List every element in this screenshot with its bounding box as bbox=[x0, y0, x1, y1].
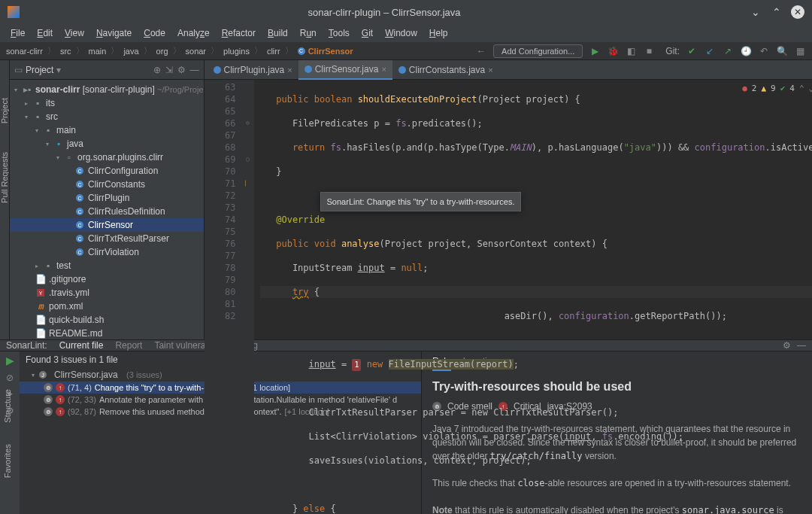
breadcrumb-item[interactable]: clirr bbox=[267, 47, 280, 56]
tree-folder-main[interactable]: ▾▪main bbox=[10, 123, 204, 137]
ide-logo bbox=[8, 6, 20, 18]
window-title: sonar-clirr-plugin – ClirrSensor.java bbox=[20, 7, 749, 18]
tree-file[interactable]: Y.travis.yml bbox=[10, 286, 204, 300]
menu-refactor[interactable]: Refactor bbox=[217, 26, 260, 40]
panel-expand-icon[interactable]: ▭ bbox=[14, 65, 23, 75]
tree-class[interactable]: CClirrConfiguration bbox=[10, 164, 204, 178]
menu-window[interactable]: Window bbox=[380, 26, 422, 40]
git-label: Git: bbox=[665, 46, 680, 56]
tree-class[interactable]: CClirrConstants bbox=[10, 178, 204, 191]
tree-class[interactable]: CClirrPlugin bbox=[10, 191, 204, 205]
tool-icon[interactable]: ⊘ bbox=[6, 373, 14, 383]
tree-folder-java[interactable]: ▾▪java bbox=[10, 137, 204, 151]
smell-icon: ⊚ bbox=[44, 395, 53, 404]
smell-icon: ⊚ bbox=[44, 407, 53, 416]
breadcrumb-item[interactable]: java bbox=[123, 47, 138, 56]
menu-view[interactable]: View bbox=[60, 26, 89, 40]
coverage-icon[interactable]: ◧ bbox=[625, 45, 637, 57]
select-opened-icon[interactable]: ⊕ bbox=[153, 65, 161, 75]
tree-class[interactable]: CClirrRulesDefinition bbox=[10, 205, 204, 218]
critical-icon: ↑ bbox=[56, 395, 65, 404]
tree-file[interactable]: 📄quick-build.sh bbox=[10, 313, 204, 327]
code-area[interactable]: public boolean shouldExecuteOnProject(Pr… bbox=[254, 80, 812, 514]
editor-tab-active[interactable]: ClirrSensor.java× bbox=[298, 60, 392, 80]
tree-folder-src[interactable]: ▾▪src bbox=[10, 110, 204, 123]
tree-folder-test[interactable]: ▸▪test bbox=[10, 259, 204, 272]
menu-analyze[interactable]: Analyze bbox=[173, 26, 214, 40]
sonar-tab-current[interactable]: Current file bbox=[59, 340, 104, 351]
breadcrumb: sonar-clirr〉 src〉 main〉 java〉 org〉 sonar… bbox=[6, 45, 353, 56]
critical-icon: ↑ bbox=[56, 407, 65, 416]
debug-icon[interactable]: 🐞 bbox=[607, 45, 619, 57]
chevron-down-icon[interactable]: ⌄ bbox=[809, 83, 812, 95]
maximize-button[interactable]: ⌃ bbox=[770, 5, 783, 19]
ide-settings-icon[interactable]: ▦ bbox=[794, 45, 806, 57]
search-icon[interactable]: 🔍 bbox=[776, 45, 788, 57]
sidebar-structure[interactable]: Structure bbox=[3, 386, 12, 426]
gear-icon[interactable]: ⚙ bbox=[177, 65, 186, 75]
tree-file[interactable]: mpom.xml bbox=[10, 300, 204, 313]
error-count-icon[interactable]: ● bbox=[742, 83, 747, 95]
breadcrumb-item[interactable]: sonar bbox=[186, 47, 207, 56]
menu-code[interactable]: Code bbox=[139, 26, 170, 40]
tree-folder-its[interactable]: ▸▪its bbox=[10, 96, 204, 110]
ok-count-icon[interactable]: ✔ bbox=[780, 83, 786, 95]
close-icon[interactable]: × bbox=[488, 65, 492, 75]
line-gutter: 6364656667686970717273747576777879808182 bbox=[205, 80, 242, 514]
git-pull-icon[interactable]: ↙ bbox=[704, 45, 716, 57]
smell-icon: ⊚ bbox=[44, 383, 53, 392]
sidebar-project[interactable]: Project bbox=[0, 95, 9, 126]
tree-package[interactable]: ▾▫org.sonar.plugins.clirr bbox=[10, 151, 204, 164]
chevron-up-icon[interactable]: ⌃ bbox=[799, 83, 804, 95]
git-push-icon[interactable]: ↗ bbox=[722, 45, 734, 57]
class-icon: C bbox=[298, 47, 305, 55]
menu-run[interactable]: Run bbox=[295, 26, 321, 40]
breadcrumb-item[interactable]: org bbox=[156, 47, 168, 56]
revert-icon[interactable]: ↶ bbox=[758, 45, 770, 57]
hide-icon[interactable]: — bbox=[190, 65, 199, 75]
minimize-button[interactable]: ⌄ bbox=[749, 5, 762, 19]
menu-build[interactable]: Build bbox=[263, 26, 292, 40]
menu-file[interactable]: File bbox=[6, 26, 29, 40]
fold-gutter[interactable]: ⊖ ◯ ⎸ bbox=[242, 80, 254, 514]
inspection-tooltip: SonarLint: Change this "try" to a try-wi… bbox=[320, 192, 522, 211]
sonar-tab-report[interactable]: Report bbox=[115, 340, 142, 351]
menu-navigate[interactable]: Navigate bbox=[92, 26, 136, 40]
warning-count-icon[interactable]: ▲ bbox=[761, 83, 766, 95]
git-commit-icon[interactable]: ✔ bbox=[686, 45, 698, 57]
menu-bar: File Edit View Navigate Code Analyze Ref… bbox=[0, 24, 812, 42]
sonarlint-panel-label: SonarLint: bbox=[6, 340, 47, 351]
menu-git[interactable]: Git bbox=[357, 26, 377, 40]
sidebar-pull-requests[interactable]: Pull Requests bbox=[0, 149, 9, 206]
expand-all-icon[interactable]: ⇲ bbox=[165, 65, 173, 75]
sidebar-favorites[interactable]: Favorites bbox=[3, 441, 12, 481]
class-icon bbox=[304, 65, 312, 73]
tree-file[interactable]: 📄README.md bbox=[10, 327, 204, 339]
run-icon[interactable]: ▶ bbox=[589, 45, 601, 57]
breadcrumb-item[interactable]: main bbox=[89, 47, 107, 56]
analyze-play-icon[interactable]: ▶ bbox=[6, 354, 14, 366]
tree-file[interactable]: 📄.gitignore bbox=[10, 272, 204, 286]
tree-class[interactable]: CClirrTxtResultParser bbox=[10, 232, 204, 245]
history-icon[interactable]: 🕘 bbox=[740, 45, 752, 57]
editor-tab[interactable]: ClirrPlugin.java× bbox=[208, 60, 298, 80]
menu-edit[interactable]: Edit bbox=[32, 26, 57, 40]
tree-class[interactable]: CClirrViolation bbox=[10, 245, 204, 259]
menu-tools[interactable]: Tools bbox=[324, 26, 354, 40]
back-icon[interactable]: ← bbox=[475, 45, 487, 57]
tree-class-selected[interactable]: CClirrSensor bbox=[10, 218, 204, 232]
project-panel-title: Project bbox=[26, 65, 53, 75]
breadcrumb-item[interactable]: src bbox=[60, 47, 71, 56]
tree-root[interactable]: ▾▸▪sonar-clirr [sonar-clirr-plugin] ~/Pr… bbox=[10, 83, 204, 96]
close-button[interactable]: ✕ bbox=[791, 5, 804, 19]
breadcrumb-item[interactable]: sonar-clirr bbox=[6, 47, 43, 56]
editor-tab[interactable]: ClirrConstants.java× bbox=[392, 60, 499, 80]
menu-help[interactable]: Help bbox=[425, 26, 453, 40]
critical-icon: ↑ bbox=[56, 383, 65, 392]
breadcrumb-item[interactable]: plugins bbox=[223, 47, 250, 56]
stop-icon[interactable]: ■ bbox=[643, 45, 655, 57]
class-icon bbox=[398, 66, 406, 74]
run-config-button[interactable]: Add Configuration... bbox=[493, 44, 583, 58]
close-icon[interactable]: × bbox=[381, 65, 386, 74]
close-icon[interactable]: × bbox=[287, 65, 292, 75]
